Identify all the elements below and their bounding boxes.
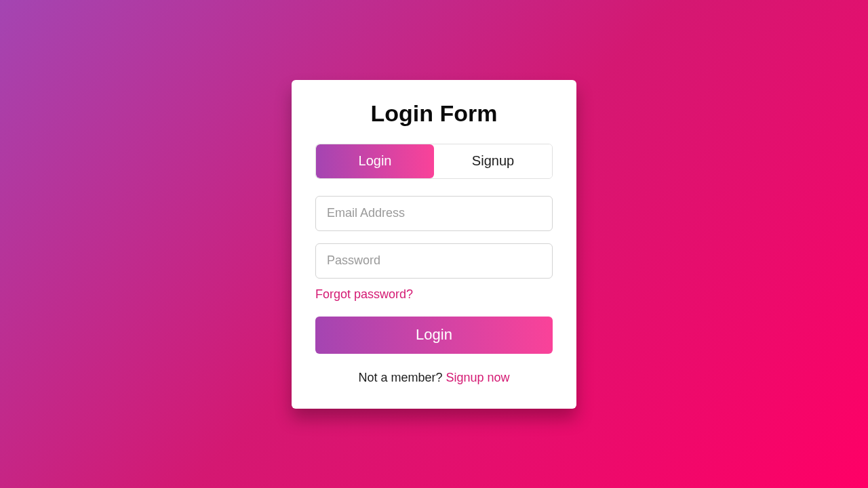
email-field[interactable] (315, 196, 553, 231)
tab-login[interactable]: Login (316, 144, 434, 178)
forgot-password-link[interactable]: Forgot password? (315, 287, 553, 302)
login-card: Login Form Login Signup Forgot password?… (292, 80, 576, 409)
signup-footer: Not a member? Signup now (315, 371, 553, 385)
footer-text: Not a member? (358, 371, 446, 384)
password-field[interactable] (315, 243, 553, 279)
login-button[interactable]: Login (315, 317, 553, 354)
form-title: Login Form (315, 100, 553, 127)
tab-signup[interactable]: Signup (434, 144, 552, 178)
tab-group: Login Signup (315, 144, 553, 179)
signup-now-link[interactable]: Signup now (446, 371, 509, 384)
